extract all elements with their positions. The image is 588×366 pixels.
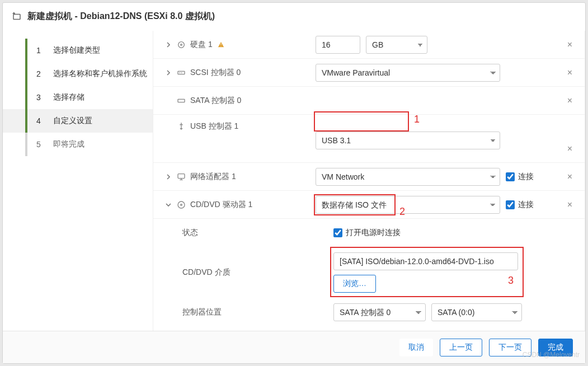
status-label: 状态 — [182, 228, 198, 238]
step-number: 3 — [36, 93, 41, 102]
svg-rect-4 — [178, 99, 185, 102]
disk-icon — [177, 40, 186, 49]
wizard-step-3[interactable]: 3选择存储 — [3, 86, 153, 109]
network-label: 网络适配器 1 — [190, 172, 236, 182]
svg-point-1 — [178, 41, 185, 48]
step-label: 即将完成 — [53, 139, 84, 149]
scsi-type-select[interactable]: VMware Paravirtual — [316, 64, 500, 82]
step-label: 选择创建类型 — [53, 45, 100, 55]
media-label: CD/DVD 介质 — [182, 268, 231, 278]
remove-disk-icon[interactable]: × — [567, 40, 572, 50]
cddvd-label: CD/DVD 驱动器 1 — [190, 200, 252, 210]
wizard-step-5[interactable]: 5即将完成 — [3, 133, 153, 156]
step-label: 选择名称和客户机操作系统 — [53, 69, 147, 79]
controller-icon — [177, 96, 186, 105]
disk-unit-select[interactable]: GB — [366, 36, 427, 54]
browse-button[interactable]: 浏览… — [333, 275, 376, 293]
dialog-header: 新建虚拟机 - Debian12-DNS (ESXi 8.0 虚拟机) — [3, 3, 585, 31]
svg-rect-5 — [178, 173, 185, 178]
row-gpu: 显卡 默认设置 — [153, 326, 585, 331]
usb-icon — [177, 122, 186, 131]
disk-label: 硬盘 1 — [190, 40, 213, 50]
wizard-steps: 1选择创建类型2选择名称和客户机操作系统3选择存储4自定义设置5即将完成 — [3, 31, 153, 331]
back-button[interactable]: 上一页 — [440, 339, 482, 356]
remove-cddvd-icon[interactable]: × — [567, 200, 572, 210]
step-number: 1 — [36, 46, 41, 55]
svg-point-7 — [181, 204, 182, 205]
network-select[interactable]: VM Network — [316, 168, 500, 186]
svg-rect-0 — [13, 14, 20, 19]
power-on-connect-checkbox[interactable]: 打开电源时连接 — [333, 228, 401, 238]
new-vm-icon — [12, 12, 22, 22]
row-sata: . SATA 控制器 0 × — [153, 87, 585, 115]
network-icon — [177, 172, 186, 181]
network-connect-checkbox[interactable]: 连接 — [506, 172, 534, 182]
dialog-title: 新建虚拟机 - Debian12-DNS (ESXi 8.0 虚拟机) — [27, 11, 215, 22]
ctrl-node-select[interactable]: SATA (0:0) — [431, 303, 522, 321]
settings-panel: 硬盘 1 GB × SCSI 控制器 0 — [153, 31, 585, 331]
row-controller-location: 控制器位置 SATA 控制器 0 SATA (0:0) — [153, 298, 585, 326]
step-number: 2 — [36, 69, 41, 78]
disk-size-input[interactable] — [316, 36, 360, 54]
warning-icon — [217, 41, 225, 49]
next-button[interactable]: 下一页 — [489, 339, 531, 356]
cancel-button[interactable]: 取消 — [399, 339, 433, 356]
step-label: 自定义设置 — [53, 116, 92, 126]
dialog-footer: 取消 上一页 下一页 完成 — [3, 331, 585, 363]
chevron-right-icon[interactable] — [164, 42, 172, 48]
svg-point-6 — [178, 201, 185, 208]
wizard-step-1[interactable]: 1选择创建类型 — [3, 39, 153, 62]
ctrl-loc-label: 控制器位置 — [182, 307, 222, 317]
step-number: 5 — [36, 140, 41, 149]
usb-type-select[interactable]: USB 3.1 — [316, 132, 500, 149]
row-usb: . USB 控制器 1 USB 3.1 1 × — [153, 115, 585, 163]
row-cddvd: CD/DVD 驱动器 1 数据存储 ISO 文件 连接 2 × — [153, 191, 585, 219]
remove-network-icon[interactable]: × — [567, 172, 572, 182]
chevron-right-icon[interactable] — [164, 174, 172, 180]
finish-button[interactable]: 完成 — [538, 339, 573, 356]
cddvd-connect-checkbox[interactable]: 连接 — [506, 200, 534, 210]
scsi-label: SCSI 控制器 0 — [190, 68, 241, 78]
cddvd-source-select[interactable]: 数据存储 ISO 文件 — [316, 196, 500, 214]
wizard-step-2[interactable]: 2选择名称和客户机操作系统 — [3, 62, 153, 86]
row-network: 网络适配器 1 VM Network 连接 × — [153, 163, 585, 191]
annotation-number-3: 3 — [508, 275, 514, 287]
row-status: 状态 打开电源时连接 — [153, 219, 585, 247]
ctrl-bus-select[interactable]: SATA 控制器 0 — [333, 303, 426, 321]
iso-path-input[interactable] — [333, 252, 518, 270]
annotation-number-1: 1 — [414, 114, 420, 125]
step-label: 选择存储 — [53, 92, 84, 102]
wizard-step-4[interactable]: 4自定义设置 — [3, 109, 153, 133]
remove-scsi-icon[interactable]: × — [567, 68, 572, 78]
remove-sata-icon[interactable]: × — [567, 96, 572, 106]
sata-label: SATA 控制器 0 — [190, 96, 241, 106]
cddvd-icon — [177, 200, 186, 209]
controller-icon — [177, 68, 186, 77]
svg-point-2 — [181, 44, 182, 45]
remove-usb-icon[interactable]: × — [567, 144, 572, 154]
chevron-down-icon[interactable] — [164, 202, 172, 208]
row-scsi: SCSI 控制器 0 VMware Paravirtual × — [153, 59, 585, 87]
usb-label: USB 控制器 1 — [190, 121, 238, 132]
row-disk: 硬盘 1 GB × — [153, 31, 585, 59]
row-media: CD/DVD 介质 浏览… 3 — [153, 247, 585, 298]
chevron-right-icon[interactable] — [164, 70, 172, 76]
step-number: 4 — [36, 116, 41, 125]
annotation-box-1 — [314, 111, 409, 132]
